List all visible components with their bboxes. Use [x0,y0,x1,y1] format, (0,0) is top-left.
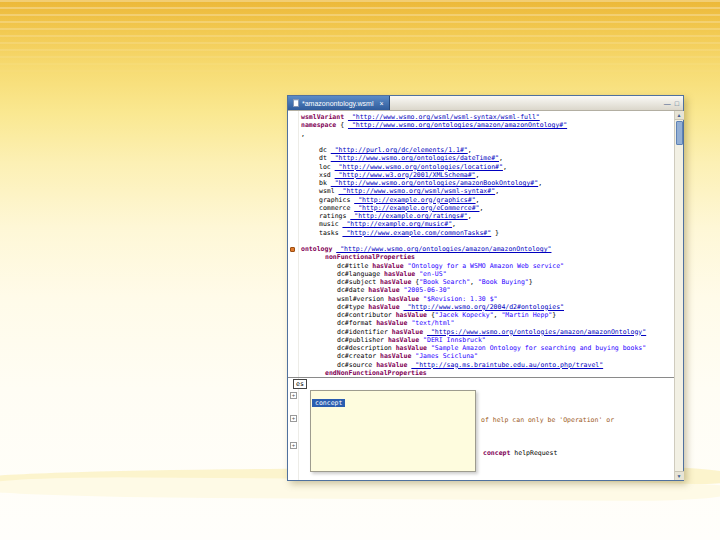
code-segment-iri: _"http://www.wsmo.org/2004/d2#ontologies… [404,303,564,311]
assist-item-concept[interactable]: concept [312,399,345,407]
code-segment-plain: dc#title [337,262,372,270]
code-segment-plain: dt [319,154,331,162]
view-controls: — □ [660,96,683,110]
code-line [301,138,674,146]
code-segment-kw: hasValue [376,361,411,369]
code-segment-iri: _"http://www.wsmo.org/ontologies/dateTim… [331,154,499,162]
code-segment-plain: dc#identifier [337,328,392,336]
code-segment-plain: } [491,229,499,237]
code-segment-plain: , [468,212,472,220]
code-segment-plain: dc#source [337,361,376,369]
code-line: music _"http://example.org/music#", [301,220,674,228]
code-editor-upper-pane[interactable]: wsmlVariant _"http://www.wsmo.org/wsml/w… [288,111,674,377]
comment-fragment: of help can only be 'Operation' or [481,416,614,424]
fold-expand-icon[interactable]: + [290,392,297,399]
code-line: dc#type hasValue _"http://www.wsmo.org/2… [301,303,674,311]
tab-close-icon[interactable]: × [379,100,383,107]
code-line: ratings _"http://example.org/ratings#", [301,212,674,220]
code-segment-plain: , [476,171,480,179]
code-segment-kw: hasValue [388,295,423,303]
code-segment-plain: } [529,278,533,286]
code-segment-plain: { [340,121,348,129]
code-segment-plain: dc#publisher [337,336,388,344]
code-segment-plain: , [499,154,503,162]
code-segment-kw: hasValue [368,303,403,311]
code-segment-plain: , [495,187,499,195]
code-segment-plain: bk [319,179,331,187]
code-segment-kw: ontology [301,245,336,253]
code-segment-plain: xsd [319,171,335,179]
code-segment-plain: , [468,146,472,154]
vertical-scrollbar[interactable]: ▲ ▼ [674,111,683,480]
code-segment-iri: _"http://www.wsmo.org/wsml/wsml-syntax/w… [348,113,540,121]
code-segment-plain: dc#creator [337,352,380,360]
code-line: wsmlVariant _"http://www.wsmo.org/wsml/w… [301,113,674,121]
code-line: dc#language hasValue "en-US" [301,270,674,278]
code-segment-kw: hasValue [368,286,403,294]
wsml-file-icon [293,99,299,107]
code-segment-iri: _"https://www.wsmo.org/ontologies/amazon… [427,328,646,336]
code-segment-str: "$Revision: 1.30 $" [423,295,497,303]
code-segment-kw: endNonFunctionalProperties [325,369,427,377]
code-segment-iri: _"http://example.org/eCommerce#" [354,204,479,212]
slide-stripe-decoration [0,0,720,78]
code-segment-plain: dc#date [337,286,368,294]
code-segment-str: "Book Buying" [478,278,529,286]
code-segment-kw: hasValue [380,352,415,360]
code-segment-plain: , [476,196,480,204]
code-editor-lower-pane[interactable]: es + + + of help can only be 'Operation'… [288,378,674,480]
code-segment-iri: _"http://www.example.com/commonTasks#" [342,229,491,237]
code-line: wsml _"http://www.wsmo.org/wsml/wsml-syn… [301,187,674,195]
code-segment-iri: _"http://www.wsmo.org/ontologies/amazonB… [331,179,538,187]
code-segment-iri: _"http://www.wsmo.org/ontologies/amazon/… [348,121,567,129]
minimize-icon[interactable]: — [664,100,671,107]
code-segment-str: "DERI Innsbruck" [423,336,486,344]
editor-tab-bar: *amazonontology.wsml × — □ [288,96,683,111]
fold-expand-icon[interactable]: + [290,415,297,422]
code-segment-iri: _"http://purl.org/dc/elements/1.1#" [331,146,468,154]
bookmark-marker-icon [290,247,295,252]
code-segment-kw: hasValue [396,311,431,319]
code-line: dt _"http://www.wsmo.org/ontologies/date… [301,154,674,162]
code-segment-plain: dc#type [337,303,368,311]
code-segment-str: "Sample Amazon Ontology for searching an… [431,344,646,352]
code-line [301,237,674,245]
code-segment-iri: _"http://www.w3.org/2001/XMLSchema#" [335,171,476,179]
scrollbar-thumb[interactable] [676,121,683,145]
code-segment-plain: graphics [319,196,354,204]
code-segment-kw: hasValue [392,328,427,336]
code-segment-iri: _"http://sag.ms.braintube.edu.au/onto.ph… [411,361,603,369]
inline-edit-box[interactable]: es [293,379,307,389]
fold-expand-icon[interactable]: + [290,442,297,449]
editor-body: wsmlVariant _"http://www.wsmo.org/wsml/w… [288,111,683,480]
code-segment-plain: dc#language [337,270,384,278]
code-segment-plain: music [319,220,342,228]
code-segment-iri: _"http://example.org/ratings#" [350,212,467,220]
code-line: dc _"http://purl.org/dc/elements/1.1#", [301,146,674,154]
code-segment-str: "James Scicluna" [415,352,478,360]
code-line: namespace { _"http://www.wsmo.org/ontolo… [301,121,674,129]
code-segment-iri: _"http://example.org/music#" [342,220,452,228]
code-segment-plain: , [470,278,478,286]
scroll-down-icon[interactable]: ▼ [675,471,684,480]
code-segment-plain: commerce [319,204,354,212]
code-segment-plain: ratings [319,212,350,220]
code-segment-plain: dc#subject [337,278,380,286]
code-segment-kw: hasValue [376,319,411,327]
code-line: tasks _"http://www.example.com/commonTas… [301,229,674,237]
code-segment-plain: dc [319,146,331,154]
code-line: graphics _"http://example.org/graphics#"… [301,196,674,204]
code-line: dc#contributor hasValue {"Jacek Kopecky"… [301,311,674,319]
code-line: loc _"http://www.wsmo.org/ontologies/loc… [301,163,674,171]
maximize-icon[interactable]: □ [675,100,679,107]
scroll-up-icon[interactable]: ▲ [675,111,684,120]
code-segment-iri: _"http://www.wsmo.org/ontologies/amazon/… [336,245,551,253]
lower-declaration: concept helpRequest [483,449,557,457]
code-line: ontology _"http://www.wsmo.org/ontologie… [301,245,674,253]
code-segment-kw: hasValue [388,336,423,344]
tab-amazonontology-wsml[interactable]: *amazonontology.wsml × [288,96,390,110]
code-segment-kw: nonFunctionalProperties [325,253,415,261]
code-segment-str: "Book Search" [419,278,470,286]
tab-title: *amazonontology.wsml [302,100,373,107]
code-segment-plain: wsml#version [337,295,388,303]
